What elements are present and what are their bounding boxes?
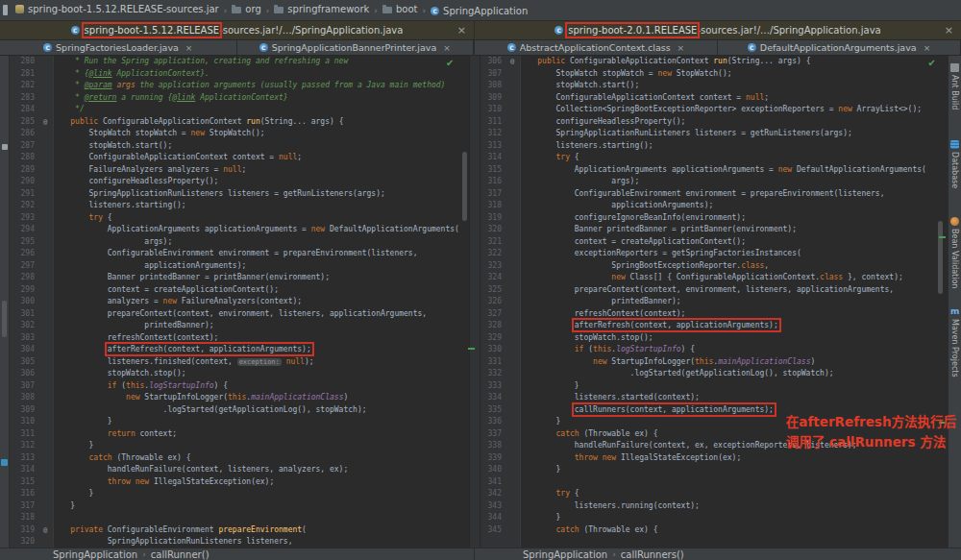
code-line[interactable]: 304 afterRefresh(context, applicationArg… xyxy=(10,344,469,356)
status-breadcrumb-item[interactable]: SpringApplication xyxy=(523,549,607,560)
code-line[interactable]: 309 ConfigurableApplicationContext conte… xyxy=(480,92,948,105)
code-line[interactable]: 296 ConfigurableEnvironment environment … xyxy=(10,248,469,260)
tool-stripe-handle[interactable] xyxy=(2,301,7,337)
scrollbar-thumb[interactable] xyxy=(938,221,943,294)
code-line[interactable]: 340 } xyxy=(480,464,948,476)
editor-left[interactable]: 280 * Run the Spring application, creati… xyxy=(10,56,469,548)
breadcrumb-item[interactable]: boot xyxy=(380,4,421,14)
code-line[interactable]: 333 } xyxy=(480,380,948,393)
code-line[interactable]: 311 configureHeadlessProperty(); xyxy=(480,116,948,129)
file-path-header-right[interactable]: C spring-boot-2.0.1.RELEASE-sources.jar!… xyxy=(475,21,961,40)
scrollbar-thumb[interactable] xyxy=(462,152,467,221)
code-line[interactable]: 341 xyxy=(480,476,948,489)
code-line[interactable]: 303 refreshContext(context); xyxy=(10,332,469,345)
code-line[interactable]: 342 try { xyxy=(480,488,948,500)
code-line[interactable]: 313 listeners.starting(); xyxy=(480,140,948,153)
code-line[interactable]: 298 Banner printedBanner = printBanner(e… xyxy=(10,272,469,284)
code-line[interactable]: 330 if (this.logStartupInfo) { xyxy=(480,344,948,356)
tool-button-bean-validation[interactable]: Bean Validation xyxy=(949,217,961,288)
favorites-icon[interactable] xyxy=(1,459,8,466)
code-line[interactable]: 293 try { xyxy=(10,212,469,225)
code-line[interactable]: 345 catch (Throwable ex) { xyxy=(480,524,948,537)
code-line[interactable]: 327 refreshContext(context); xyxy=(480,308,948,321)
code-line[interactable]: 294 ApplicationArguments applicationArgu… xyxy=(10,224,469,236)
code-line[interactable]: 318 xyxy=(10,512,469,524)
editor-tab[interactable]: CDefaultApplicationArguments.java× xyxy=(718,40,961,56)
breadcrumb-item[interactable]: springframework xyxy=(271,4,372,14)
code-line[interactable]: 314 try { xyxy=(480,152,948,164)
code-line[interactable]: 308 new StartupInfoLogger(this.mainAppli… xyxy=(10,392,469,404)
editor-splitter[interactable] xyxy=(469,56,480,548)
code-line[interactable]: 306 stopWatch.stop(); xyxy=(10,368,469,380)
code-line[interactable]: 312 SpringApplicationRunListeners listen… xyxy=(480,128,948,140)
code-line[interactable]: 321 context = createApplicationContext()… xyxy=(480,236,948,249)
code-line[interactable]: 323 SpringBootExceptionReporter.class, xyxy=(480,260,948,273)
code-line[interactable]: 329 stopWatch.stop(); xyxy=(480,332,948,345)
code-line[interactable]: 318 applicationArguments); xyxy=(480,200,948,212)
code-line[interactable]: 344 } xyxy=(480,512,948,524)
file-path-header-left[interactable]: C spring-boot-1.5.12.RELEASE-sources.jar… xyxy=(0,21,475,40)
code-line[interactable]: 343 listeners.running(context); xyxy=(480,500,948,513)
code-line[interactable]: 308 stopWatch.start(); xyxy=(480,80,948,92)
editor-tab[interactable]: CAbstractApplicationContext.class× xyxy=(475,40,718,56)
status-breadcrumb-item[interactable]: callRunner() xyxy=(151,549,209,560)
code-line[interactable]: 287 stopWatch.start(); xyxy=(10,140,469,153)
tool-button-ant-build[interactable]: Ant Build xyxy=(949,63,961,110)
code-line[interactable]: 305 listeners.finished(context, exceptio… xyxy=(10,356,469,369)
code-line[interactable]: 317 } xyxy=(10,500,469,513)
code-line[interactable]: 312 } xyxy=(10,440,469,452)
code-line[interactable]: 299 context = createApplicationContext()… xyxy=(10,284,469,297)
code-line[interactable]: 302 printedBanner); xyxy=(10,320,469,332)
code-line[interactable]: 282 * @param args the application argume… xyxy=(10,80,469,92)
tool-button-icon[interactable] xyxy=(2,144,8,150)
code-line[interactable]: 315 throw new IllegalStateException(ex); xyxy=(10,476,469,489)
code-line[interactable]: 324 new Class[] { ConfigurableApplicatio… xyxy=(480,272,948,284)
code-line[interactable]: 291 SpringApplicationRunListeners listen… xyxy=(10,188,469,201)
status-breadcrumb-item[interactable]: callRunners() xyxy=(621,549,684,560)
code-line[interactable]: 290 configureHeadlessProperty(); xyxy=(10,176,469,188)
code-line[interactable]: 285@ public ConfigurableApplicationConte… xyxy=(10,116,469,129)
code-line[interactable]: 314 handleRunFailure(context, listeners,… xyxy=(10,464,469,476)
editor-tab[interactable]: CSpringFactoriesLoader.java× xyxy=(0,40,237,56)
code-line[interactable]: 307 if (this.logStartupInfo) { xyxy=(10,380,469,393)
code-line[interactable]: 317 ConfigurableEnvironment environment … xyxy=(480,188,948,201)
breadcrumb-item[interactable]: CSpringApplication xyxy=(428,6,530,16)
code-line[interactable]: 322 exceptionReporters = getSpringFactor… xyxy=(480,248,948,260)
close-icon[interactable]: × xyxy=(185,43,193,53)
code-line[interactable]: 301 prepareContext(context, environment,… xyxy=(10,308,469,321)
code-line[interactable]: 320 Banner printedBanner = printBanner(e… xyxy=(480,224,948,236)
error-stripe-mark[interactable] xyxy=(468,348,475,350)
code-line[interactable]: 315 ApplicationArguments applicationArgu… xyxy=(480,164,948,177)
editor-right[interactable]: 306@ public ConfigurableApplicationConte… xyxy=(480,56,948,548)
code-line[interactable]: 306@ public ConfigurableApplicationConte… xyxy=(480,56,948,68)
code-line[interactable]: 331 new StartupInfoLogger(this.mainAppli… xyxy=(480,356,948,369)
code-line[interactable]: 328 afterRefresh(context, applicationArg… xyxy=(480,320,948,332)
code-line[interactable]: 316 args); xyxy=(480,176,948,188)
tool-button-database[interactable]: Database xyxy=(949,140,961,188)
code-line[interactable]: 325 prepareContext(context, environment,… xyxy=(480,284,948,297)
close-icon[interactable]: × xyxy=(945,24,953,37)
code-line[interactable]: 319@ private ConfigurableEnvironment pre… xyxy=(10,524,469,537)
code-line[interactable]: 319 configureIgnoreBeanInfo(environment)… xyxy=(480,212,948,225)
code-line[interactable]: 280 * Run the Spring application, creati… xyxy=(10,56,469,68)
code-line[interactable]: 316 } xyxy=(10,488,469,500)
code-line[interactable]: 295 args); xyxy=(10,236,469,249)
code-line[interactable]: 281 * {@link ApplicationContext}. xyxy=(10,68,469,81)
code-line[interactable]: 284 */ xyxy=(10,104,469,116)
code-line[interactable]: 310 Collection<SpringBootExceptionReport… xyxy=(480,104,948,116)
code-line[interactable]: 311 return context; xyxy=(10,428,469,441)
code-line[interactable]: 283 * @return a running {@link Applicati… xyxy=(10,92,469,105)
code-area-left[interactable]: 280 * Run the Spring application, creati… xyxy=(10,56,469,548)
code-line[interactable]: 313 catch (Throwable ex) { xyxy=(10,452,469,465)
close-icon[interactable]: × xyxy=(443,43,451,53)
code-line[interactable]: 326 printedBanner); xyxy=(480,296,948,308)
code-line[interactable]: 339 throw new IllegalStateException(ex); xyxy=(480,452,948,465)
close-icon[interactable]: × xyxy=(924,43,931,53)
code-line[interactable]: 288 ConfigurableApplicationContext conte… xyxy=(10,152,469,164)
error-stripe-mark[interactable] xyxy=(939,236,946,238)
code-line[interactable]: 310 } xyxy=(10,416,469,428)
tool-button-maven-projects[interactable]: mMaven Projects xyxy=(949,307,961,377)
code-line[interactable]: 300 analyzers = new FailureAnalyzers(con… xyxy=(10,296,469,308)
breadcrumb-item[interactable]: org xyxy=(229,4,263,14)
breadcrumb-item[interactable]: spring-boot-1.5.12.RELEASE-sources.jar xyxy=(12,4,222,14)
